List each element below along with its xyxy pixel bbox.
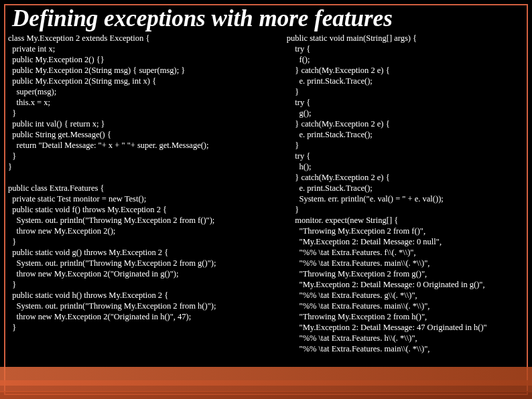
slide-title: Defining exceptions with more features [5,5,527,31]
code-columns: class My.Exception 2 extends Exception {… [5,31,527,354]
code-right-column: public static void main(String[] args) {… [287,33,524,354]
slide-container: Defining exceptions with more features c… [4,4,528,395]
code-left-column: class My.Exception 2 extends Exception {… [8,33,287,354]
